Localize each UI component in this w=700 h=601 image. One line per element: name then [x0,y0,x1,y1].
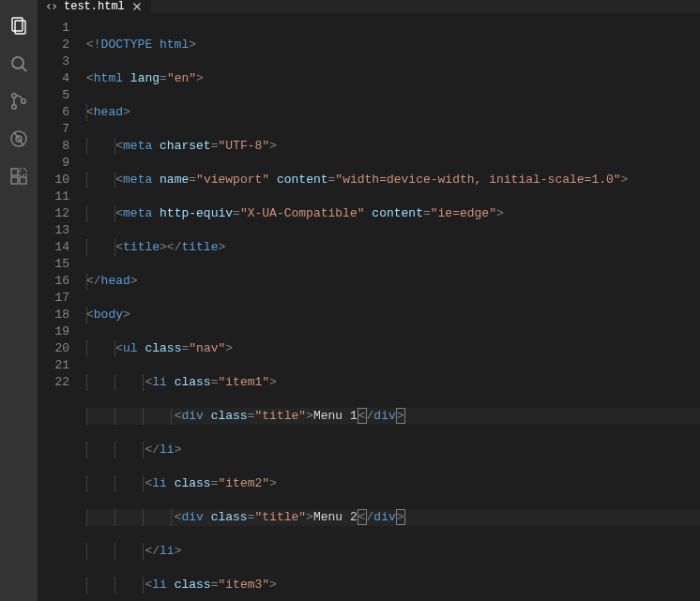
code-line: </li> [86,543,700,560]
line-number-gutter: 1 2 3 4 5 6 7 8 9 10 11 12 13 14 15 16 1… [38,13,86,601]
tab-test-html[interactable]: test.html [38,0,151,13]
explorer-icon[interactable] [0,8,38,45]
svg-point-5 [12,105,16,109]
file-code-icon [45,0,58,13]
svg-rect-12 [20,177,26,184]
code-line: <!DOCTYPE html> [86,37,700,53]
code-line: <li class="item2"> [86,475,700,492]
code-line: <li class="item1"> [86,374,700,391]
svg-rect-13 [20,169,26,175]
close-icon[interactable] [130,0,144,13]
code-line: <title></title> [86,239,700,256]
tab-filename: test.html [64,0,125,13]
code-content[interactable]: <!DOCTYPE html> <html lang="en"> <head> … [86,13,700,601]
code-line: <body> [86,307,700,323]
svg-point-6 [22,99,25,103]
code-line: <div class="title">Menu 2</div> [86,509,700,526]
code-line: <html lang="en"> [86,70,700,87]
source-control-icon[interactable] [0,83,38,120]
code-line: <meta http-equiv="X-UA-Compatible" conte… [86,205,700,222]
code-line: <meta charset="UTF-8"> [86,138,700,155]
code-line: </li> [86,442,700,458]
svg-line-3 [23,68,27,72]
code-line: <head> [86,104,700,121]
code-line: <li class="item3"> [86,577,700,593]
svg-rect-1 [15,21,25,34]
svg-point-4 [12,94,16,98]
debug-icon[interactable] [0,120,38,158]
svg-rect-0 [12,18,23,31]
activity-bar [0,0,38,601]
code-line: <meta name="viewport" content="width=dev… [86,172,700,188]
tab-bar: test.html [38,0,700,13]
svg-point-2 [12,57,23,68]
extensions-icon[interactable] [0,158,38,195]
code-line: <div class="title">Menu 1</div> [86,408,700,425]
search-icon[interactable] [0,45,38,83]
code-line: <ul class="nav"> [86,340,700,357]
editor-group: test.html 1 2 3 4 5 6 7 8 9 10 11 12 13 … [38,0,700,601]
svg-rect-10 [11,169,18,175]
code-line: </head> [86,273,700,290]
code-editor[interactable]: 1 2 3 4 5 6 7 8 9 10 11 12 13 14 15 16 1… [38,13,700,601]
svg-rect-11 [11,177,18,184]
